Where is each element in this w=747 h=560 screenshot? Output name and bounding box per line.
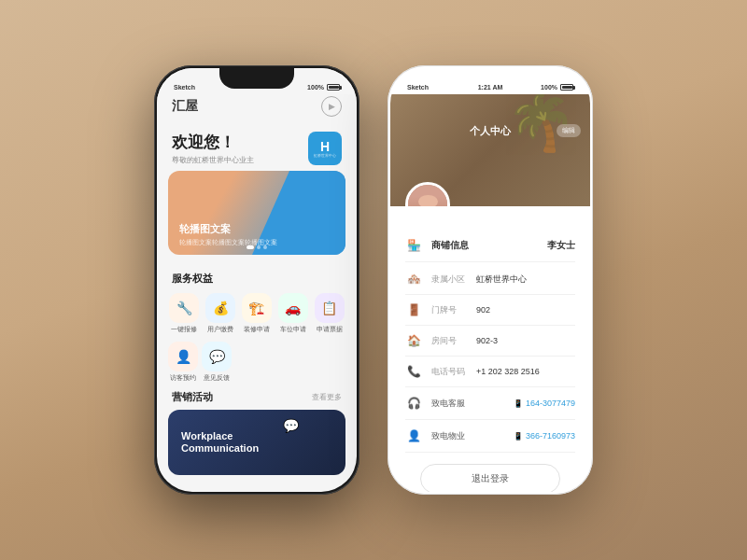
community-value: 虹桥世界中心 xyxy=(476,273,527,286)
info-row-community: 🏘️ 隶属小区 虹桥世界中心 xyxy=(405,264,575,295)
service-decoration[interactable]: 🏗️ 装修申请 xyxy=(241,293,274,334)
services-section: 服务权益 🔧 一键报修 💰 用户缴费 🏗️ 装修申请 xyxy=(157,264,357,390)
battery-icon xyxy=(327,84,340,91)
phone-1-frame: Sketch 100% 汇屋 ▶ 欢迎您！ 尊敬的虹桥世界中心业主 xyxy=(154,65,359,495)
invoice-label: 申请票据 xyxy=(317,326,343,334)
banner-carousel[interactable]: 轮播图文案 轮播图文案轮播图文案轮播图文案 xyxy=(168,171,345,255)
room-icon: 🏠 xyxy=(405,332,422,349)
shop-icon: 🏪 xyxy=(405,237,422,254)
marketing-more[interactable]: 查看更多 xyxy=(312,392,342,402)
profile-content: 🏪 商铺信息 李女士 🏘️ 隶属小区 虹桥世界中心 🚪 门牌号 902 🏠 xyxy=(390,206,590,492)
info-row-room: 🏠 房间号 902-3 xyxy=(405,326,575,357)
battery-icon-2 xyxy=(560,84,573,91)
room-label: 房间号 xyxy=(431,335,467,347)
phone-label: 电话号码 xyxy=(431,366,467,378)
marketing-banner-title1: Workplace xyxy=(181,430,332,442)
phone-icon: 📞 xyxy=(405,363,422,380)
battery-percent-2: 100% xyxy=(541,84,557,91)
welcome-subtitle: 尊敬的虹桥世界中心业主 xyxy=(172,155,254,165)
repair-icon: 🔧 xyxy=(169,293,199,323)
property-icon: 👤 xyxy=(405,427,422,444)
feedback-icon: 💬 xyxy=(202,342,232,371)
welcome-section: 欢迎您！ 尊敬的虹桥世界中心业主 H 虹桥世界中心 xyxy=(157,124,357,171)
battery-percent: 100% xyxy=(307,84,324,91)
profile-header: 🌴 个人中心 编辑 xyxy=(390,94,590,206)
status-right-2: 100% xyxy=(541,84,573,91)
visitor-icon: 👤 xyxy=(168,342,198,371)
parking-icon: 🚗 xyxy=(278,293,308,323)
payment-label: 用户缴费 xyxy=(207,326,233,334)
marketing-chat-icon: 💬 xyxy=(283,417,299,434)
services-title: 服务权益 xyxy=(157,272,357,293)
status-sketch-label-2: Sketch xyxy=(407,84,429,91)
parking-label: 车位申请 xyxy=(280,326,306,334)
decoration-label: 装修申请 xyxy=(244,326,270,334)
service-invoice[interactable]: 📋 申请票据 xyxy=(313,293,345,334)
marketing-title: 营销活动 xyxy=(172,390,213,404)
play-icon: ▶ xyxy=(329,102,335,111)
property-number: 366-7160973 xyxy=(526,431,575,441)
service-icon: 🎧 xyxy=(405,395,422,412)
palm-shadow: 🌴 xyxy=(506,94,581,206)
service-repair[interactable]: 🔧 一键报修 xyxy=(168,293,201,334)
community-label: 隶属小区 xyxy=(431,273,467,286)
header-circle-icon[interactable]: ▶ xyxy=(321,96,342,117)
logout-button[interactable]: 退出登录 xyxy=(420,464,560,492)
banner-title: 轮播图文案 xyxy=(179,222,277,236)
service-feedback[interactable]: 💬 意见反馈 xyxy=(202,342,232,383)
info-row-phone: 📞 电话号码 +1 202 328 2516 xyxy=(405,357,575,387)
marketing-banner-title2: Communication xyxy=(181,442,332,455)
phone-2-frame: Sketch 1:21 AM 100% 🌴 个人中心 编辑 xyxy=(388,65,593,495)
status-sketch-label: Sketch xyxy=(174,84,195,91)
welcome-text-block: 欢迎您！ 尊敬的虹桥世界中心业主 xyxy=(172,132,254,165)
avatar xyxy=(405,182,450,206)
service-visitor[interactable]: 👤 访客预约 xyxy=(168,342,198,383)
property-phone-value: 📱 366-7160973 xyxy=(514,431,575,441)
banner-text-area: 轮播图文案 轮播图文案轮播图文案轮播图文案 xyxy=(179,222,277,247)
phone-value: +1 202 328 2516 xyxy=(476,367,540,376)
banner-subtitle: 轮播图文案轮播图文案轮播图文案 xyxy=(179,238,277,247)
visitor-label: 访客预约 xyxy=(170,374,196,383)
service-payment[interactable]: 💰 用户缴费 xyxy=(204,293,237,334)
service-parking[interactable]: 🚗 车位申请 xyxy=(276,293,309,334)
service-number: 164-3077479 xyxy=(526,399,575,408)
phone-notch xyxy=(219,68,294,89)
status-bar-white: Sketch 1:21 AM 100% xyxy=(390,68,590,94)
property-action-label: 致电物业 xyxy=(431,430,504,442)
payment-icon: 💰 xyxy=(205,293,235,323)
logo-subtitle: 虹桥世界中心 xyxy=(314,154,336,158)
chat-icon: 💬 xyxy=(283,418,299,433)
repair-label: 一键报修 xyxy=(171,326,197,334)
action-row-property[interactable]: 👤 致电物业 📱 366-7160973 xyxy=(405,420,575,453)
feedback-label: 意见反馈 xyxy=(204,374,230,383)
property-phone-icon: 📱 xyxy=(514,432,523,441)
banner-bg: 轮播图文案 轮播图文案轮播图文案轮播图文案 xyxy=(168,171,345,255)
brand-logo: H 虹桥世界中心 xyxy=(308,132,342,165)
door-label: 门牌号 xyxy=(431,304,467,316)
avatar-face xyxy=(408,185,447,206)
marketing-banner[interactable]: Workplace Communication 💬 xyxy=(168,410,345,475)
service-phone-value: 📱 164-3077479 xyxy=(514,399,575,408)
app-header-dark: 汇屋 ▶ xyxy=(157,94,357,124)
status-time: 1:21 AM xyxy=(478,84,503,91)
edit-button[interactable]: 编辑 xyxy=(557,124,581,137)
info-user-name: 李女士 xyxy=(547,239,575,252)
marketing-header: 营销活动 查看更多 xyxy=(157,390,357,410)
phone-2-screen: Sketch 1:21 AM 100% 🌴 个人中心 编辑 xyxy=(390,68,590,492)
services-row2: 👤 访客预约 💬 意见反馈 xyxy=(157,342,357,390)
action-row-service[interactable]: 🎧 致电客服 📱 164-3077479 xyxy=(405,387,575,420)
room-value: 902-3 xyxy=(476,336,498,345)
phone-1-screen: Sketch 100% 汇屋 ▶ 欢迎您！ 尊敬的虹桥世界中心业主 xyxy=(157,68,357,492)
welcome-greeting: 欢迎您！ xyxy=(172,132,254,153)
app-title-dark: 汇屋 xyxy=(172,98,198,115)
status-right: 100% xyxy=(307,84,340,91)
service-action-label: 致电客服 xyxy=(431,398,504,410)
service-phone-icon: 📱 xyxy=(514,399,523,408)
logout-label: 退出登录 xyxy=(472,472,509,485)
profile-page-title: 个人中心 xyxy=(470,124,511,138)
services-grid: 🔧 一键报修 💰 用户缴费 🏗️ 装修申请 🚗 车位申请 xyxy=(157,293,357,342)
invoice-icon: 📋 xyxy=(315,293,345,323)
decoration-icon: 🏗️ xyxy=(242,293,272,323)
marketing-section: 营销活动 查看更多 Workplace Communication 💬 xyxy=(157,390,357,475)
door-icon: 🚪 xyxy=(405,301,422,318)
